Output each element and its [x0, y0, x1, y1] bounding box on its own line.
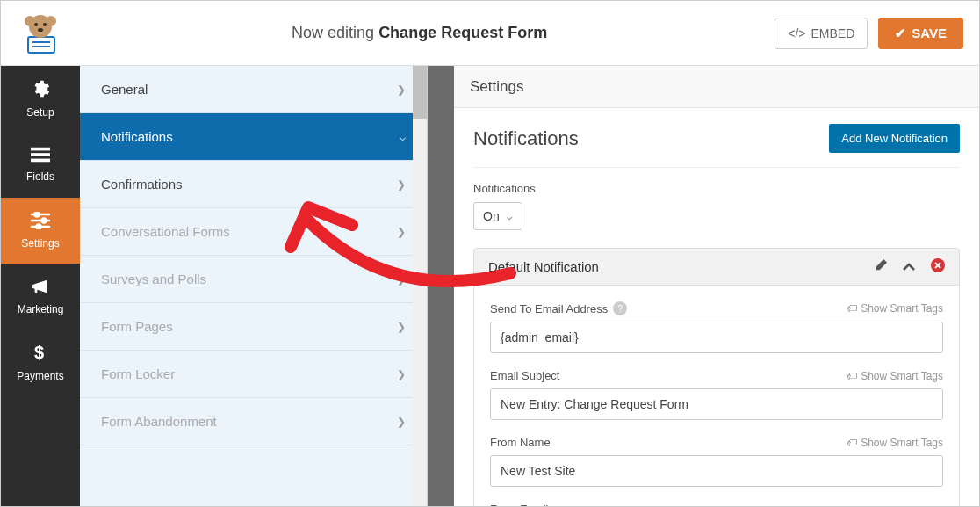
menu-notifications[interactable]: Notifications ⌵ — [80, 113, 427, 161]
svg-text:$: $ — [34, 343, 44, 362]
nav-settings[interactable]: Settings — [1, 198, 80, 264]
list-icon — [31, 147, 50, 167]
field-label-subject: Email Subject — [490, 369, 559, 382]
left-nav: Setup Fields Settings Marketing $ Paymen… — [1, 66, 80, 506]
show-smart-tags[interactable]: 🏷 Show Smart Tags — [847, 302, 943, 315]
edit-icon[interactable] — [874, 259, 887, 275]
scrollbar-thumb[interactable] — [413, 66, 427, 119]
page-title: Now editing Change Request Form — [64, 24, 775, 42]
show-smart-tags[interactable]: 🏷 Show Smart Tags — [847, 437, 943, 449]
nav-marketing[interactable]: Marketing — [1, 264, 80, 330]
sliders-icon — [30, 212, 51, 234]
chevron-right-icon: ❯ — [397, 368, 406, 380]
chevron-right-icon: ❯ — [397, 83, 406, 96]
chevron-down-icon: ⌵ — [507, 211, 513, 222]
menu-surveys-polls[interactable]: Surveys and Polls ❯ — [80, 256, 427, 303]
tag-icon: 🏷 — [847, 437, 857, 449]
svg-rect-11 — [31, 159, 50, 163]
notifications-title: Notifications — [473, 127, 579, 150]
svg-rect-10 — [31, 153, 50, 156]
svg-point-4 — [34, 23, 38, 26]
save-button[interactable]: ✔ SAVE — [878, 18, 963, 49]
chevron-right-icon: ❯ — [397, 273, 406, 286]
scrollbar-track[interactable] — [413, 66, 427, 506]
menu-form-locker[interactable]: Form Locker ❯ — [80, 351, 427, 398]
svg-point-8 — [46, 16, 56, 26]
chevron-right-icon: ❯ — [397, 416, 406, 428]
bullhorn-icon — [31, 278, 50, 300]
panel-title: Default Notification — [488, 259, 599, 274]
chevron-up-icon[interactable] — [903, 259, 915, 274]
nav-payments[interactable]: $ Payments — [1, 330, 80, 395]
help-icon[interactable]: ? — [613, 301, 627, 315]
chevron-right-icon: ❯ — [397, 321, 406, 333]
menu-conversational-forms[interactable]: Conversational Forms ❯ — [80, 208, 427, 256]
menu-form-pages[interactable]: Form Pages ❯ — [80, 303, 427, 351]
tag-icon: 🏷 — [847, 302, 857, 315]
svg-rect-9 — [31, 148, 50, 151]
svg-point-17 — [37, 225, 41, 229]
field-label-from-email: From Email — [490, 503, 548, 506]
tag-icon: 🏷 — [847, 370, 857, 382]
add-new-notification-button[interactable]: Add New Notification — [829, 124, 960, 153]
delete-icon[interactable] — [931, 258, 945, 275]
embed-button[interactable]: </> EMBED — [775, 18, 868, 49]
svg-point-6 — [38, 28, 43, 32]
menu-form-abandonment[interactable]: Form Abandonment ❯ — [80, 398, 427, 445]
menu-general[interactable]: General ❯ — [80, 66, 427, 113]
chevron-right-icon: ❯ — [397, 226, 406, 238]
chevron-right-icon: ❯ — [397, 178, 406, 191]
nav-setup[interactable]: Setup — [1, 66, 80, 132]
field-label-send-to: Send To Email Address ? — [490, 301, 627, 315]
dollar-icon: $ — [34, 343, 47, 366]
check-icon: ✔ — [895, 25, 906, 41]
settings-menu: General ❯ Notifications ⌵ Confirmations … — [80, 66, 428, 506]
code-icon: </> — [788, 26, 805, 40]
send-to-input[interactable] — [490, 322, 943, 353]
notifications-toggle[interactable]: On ⌵ — [473, 202, 522, 230]
field-label-from-name: From Name — [490, 436, 551, 449]
svg-point-7 — [25, 16, 35, 26]
menu-confirmations[interactable]: Confirmations ❯ — [80, 161, 427, 208]
from-name-input[interactable] — [490, 455, 943, 487]
wpforms-logo — [17, 10, 64, 57]
svg-point-15 — [42, 219, 47, 223]
notifications-toggle-label: Notifications — [473, 182, 960, 195]
email-subject-input[interactable] — [490, 388, 943, 420]
svg-point-13 — [35, 213, 40, 217]
svg-rect-0 — [28, 37, 54, 53]
main-header: Settings — [454, 66, 979, 108]
panel-splitter[interactable] — [428, 66, 454, 506]
notification-panel: Default Notification — [473, 248, 960, 506]
gear-icon — [31, 79, 50, 103]
svg-point-5 — [43, 23, 47, 26]
chevron-down-icon: ⌵ — [400, 131, 406, 143]
nav-fields[interactable]: Fields — [1, 132, 80, 198]
show-smart-tags[interactable]: 🏷 Show Smart Tags — [847, 370, 943, 382]
